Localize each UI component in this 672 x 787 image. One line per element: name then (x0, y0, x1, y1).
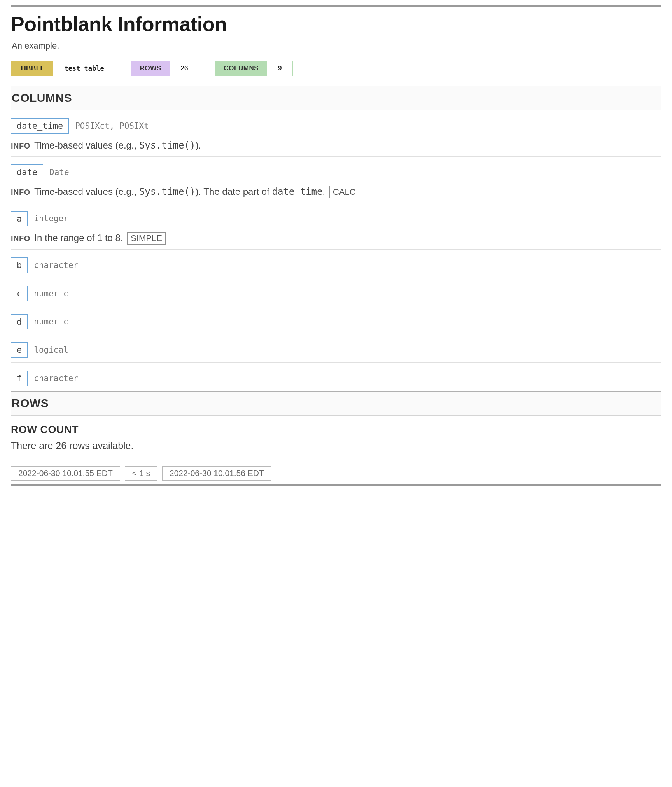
column-info: INFO In the range of 1 to 8. SIMPLE (11, 232, 661, 245)
info-code: Sys.time() (139, 140, 196, 151)
badge-row: TIBBLE test_table ROWS 26 COLUMNS 9 (11, 61, 661, 76)
badge-tibble-label: TIBBLE (11, 61, 53, 76)
column-type: logical (34, 345, 68, 355)
column-name: c (11, 286, 28, 301)
footer-end: 2022-06-30 10:01:56 EDT (162, 466, 271, 480)
tag-calc: CALC (329, 186, 359, 198)
column-name: e (11, 342, 28, 358)
column-name: a (11, 211, 28, 227)
page-title: Pointblank Information (11, 10, 661, 38)
column-block: e logical (11, 334, 661, 363)
footer-start: 2022-06-30 10:01:55 EDT (11, 466, 120, 480)
footer-row: 2022-06-30 10:01:55 EDT < 1 s 2022-06-30… (11, 462, 661, 483)
info-label: INFO (11, 234, 30, 243)
section-rows-heading: ROWS (11, 391, 661, 416)
info-text-pre: Time-based values (e.g., (34, 140, 139, 150)
column-name: date (11, 164, 43, 180)
info-code2: date_time (272, 186, 322, 197)
column-info: INFO Time-based values (e.g., Sys.time()… (11, 185, 661, 198)
badge-rows-label: ROWS (131, 61, 170, 76)
column-type: numeric (34, 316, 68, 327)
column-name: b (11, 257, 28, 273)
footer-duration: < 1 s (125, 466, 158, 480)
badge-tibble: TIBBLE test_table (11, 61, 116, 76)
column-block: c numeric (11, 278, 661, 306)
column-name: f (11, 371, 28, 386)
column-type: character (34, 260, 78, 271)
badge-columns: COLUMNS 9 (215, 61, 293, 76)
badge-rows: ROWS 26 (131, 61, 200, 76)
column-name: date_time (11, 118, 69, 134)
column-block: date_time POSIXct, POSIXt INFO Time-base… (11, 110, 661, 157)
column-block: f character (11, 363, 661, 391)
info-label: INFO (11, 142, 30, 150)
page-subtitle: An example. (12, 40, 59, 52)
column-block: d numeric (11, 306, 661, 335)
column-type: Date (49, 167, 69, 178)
info-code: Sys.time() (139, 186, 196, 197)
info-text: In the range of 1 to 8. (34, 233, 123, 243)
info-text-post2: . (322, 186, 325, 197)
column-info: INFO Time-based values (e.g., Sys.time()… (11, 139, 661, 152)
info-text-post: ). The date part of (195, 186, 272, 197)
row-count-label: ROW COUNT (11, 423, 661, 437)
column-type: integer (34, 213, 68, 224)
info-text-post: ). (195, 140, 201, 150)
bottom-rule (11, 484, 661, 486)
badge-tibble-value: test_table (53, 61, 115, 76)
column-block: b character (11, 250, 661, 278)
column-type: POSIXct, POSIXt (75, 121, 149, 131)
info-text-pre: Time-based values (e.g., (34, 186, 139, 197)
column-type: numeric (34, 288, 68, 299)
badge-columns-value: 9 (267, 61, 292, 76)
section-columns-heading: COLUMNS (11, 86, 661, 111)
top-rule (11, 5, 661, 7)
tag-simple: SIMPLE (127, 232, 166, 245)
row-count-text: There are 26 rows available. (11, 439, 661, 453)
badge-columns-label: COLUMNS (215, 61, 267, 76)
badge-rows-value: 26 (170, 61, 199, 76)
info-label: INFO (11, 188, 30, 196)
column-name: d (11, 314, 28, 330)
column-block: a integer INFO In the range of 1 to 8. S… (11, 203, 661, 250)
column-type: character (34, 373, 78, 384)
column-block: date Date INFO Time-based values (e.g., … (11, 157, 661, 203)
